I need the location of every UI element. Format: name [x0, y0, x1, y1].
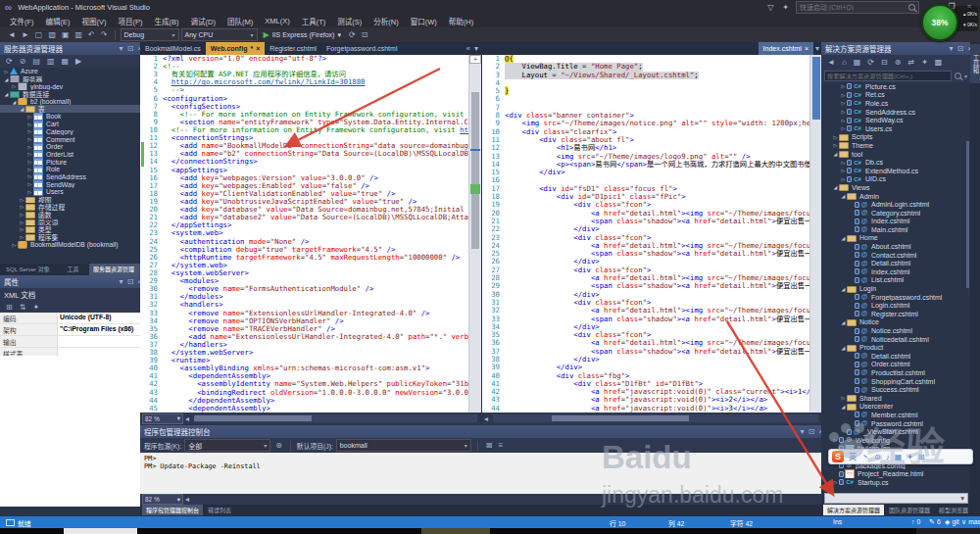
expander-closed-icon[interactable]: ▷	[26, 128, 33, 134]
zoom-dropdown[interactable]: 82 %▾	[142, 494, 183, 505]
package-source-dropdown[interactable]: 全部▾	[184, 439, 270, 452]
tree-item-数据连接[interactable]: ◢数据连接	[0, 90, 140, 98]
chevron-down-icon[interactable]: ▾	[472, 42, 480, 55]
expander-closed-icon[interactable]: ▷	[19, 234, 25, 240]
tree-item-startup-cs[interactable]: ▷C#Startup.cs	[821, 478, 968, 487]
properties-grid[interactable]: 编码Unicode (UTF-8)架构"C:\Program Files (x8…	[0, 313, 140, 360]
expander-open-icon[interactable]: ◢	[19, 106, 25, 112]
property-row-编码[interactable]: 编码Unicode (UTF-8)	[0, 313, 140, 324]
tree-item-category-cshtml[interactable]: @Category.cshtml	[821, 209, 968, 218]
expander-open-icon[interactable]: ◢	[832, 184, 839, 190]
quick-launch-input[interactable]	[800, 4, 908, 11]
tree-item-shoppingcart-cshtml[interactable]: @ShoppingCart.cshtml	[821, 377, 968, 386]
expander-closed-icon[interactable]: ▷	[26, 136, 33, 142]
category-icon[interactable]: ⊞	[4, 301, 15, 314]
expander-closed-icon[interactable]: ▷	[832, 134, 839, 140]
ime-mic-icon[interactable]: ♪	[885, 451, 891, 463]
expander-closed-icon[interactable]: ▷	[26, 189, 33, 195]
server-explorer-tree[interactable]: ▷Azure◢服务器▷yinbug-dev◢数据连接◢b2 (bookmall)…	[0, 68, 140, 264]
gear-icon[interactable]: ⊛	[273, 441, 284, 450]
code-editor-index-cshtml[interactable]: 1@{2 ViewBag.Title = "Home Page";3 Layou…	[482, 55, 809, 413]
tree-item-book[interactable]: ▷Book	[0, 113, 140, 121]
zoom-dropdown[interactable]: 82 %▾	[142, 413, 183, 424]
expander-closed-icon[interactable]: ▷	[840, 168, 847, 173]
split-handle[interactable]: +	[469, 55, 481, 64]
expander-closed-icon[interactable]: ▷	[840, 176, 847, 182]
tree-item-sendway-cs[interactable]: ▷C#SendWay.cs	[821, 116, 968, 124]
tree-item-admin[interactable]: ◢Admin	[821, 192, 968, 201]
pin-icon[interactable]: ⊡	[807, 425, 817, 438]
expander-closed-icon[interactable]: ▷	[26, 167, 33, 172]
expander-closed-icon[interactable]: ▷	[832, 437, 839, 443]
expander-closed-icon[interactable]: ▷	[840, 125, 847, 131]
menu-item[interactable]: XML(X)	[259, 17, 295, 25]
feedback-icon[interactable]: ▽	[765, 1, 775, 14]
tree-item-bookmallmodeldb-bookmall-[interactable]: ▷BookmallModelDB (bookmall)	[0, 241, 140, 249]
save-all-icon[interactable]: ▥	[74, 28, 85, 41]
tree-item-uid-cs[interactable]: ▷C#UID.cs	[821, 175, 968, 184]
tree-item--viewstart-cshtml[interactable]: @_ViewStart.cshtml	[821, 427, 968, 436]
tree-item-views[interactable]: ◢Views	[821, 183, 968, 192]
menu-item[interactable]: 文件(F)	[4, 16, 40, 26]
menu-item[interactable]: 编辑(E)	[40, 16, 76, 26]
solution-explorer-tree[interactable]: ▷C#Picture.cs▷C#Ret.cs▷C#Role.cs▷C#SendA…	[821, 82, 968, 495]
code-editor-webconfig[interactable]: 1<?xml version="1.0" encoding="utf-8"?>2…	[140, 55, 468, 413]
refresh-icon[interactable]: ⟳	[4, 55, 15, 68]
expander-closed-icon[interactable]: ▷	[26, 151, 33, 157]
scroll-left-icon[interactable]: ◂	[482, 413, 490, 425]
expander-open-icon[interactable]: ◢	[11, 99, 18, 105]
menu-item[interactable]: 工具(T)	[296, 16, 332, 26]
ime-emoji-icon[interactable]: ⊙	[873, 451, 882, 463]
expander-closed-icon[interactable]: ▷	[19, 219, 25, 225]
scroll-left-icon[interactable]: ◂	[183, 413, 191, 425]
expander-closed-icon[interactable]: ▷	[19, 226, 25, 232]
close-icon[interactable]: ×	[256, 45, 260, 52]
tree-item-users-cs[interactable]: ▷C#Users.cs	[821, 124, 968, 133]
chevron-down-icon[interactable]: ▾	[118, 42, 125, 55]
sync-icon[interactable]: ⇄	[906, 56, 916, 69]
property-row-架构[interactable]: 架构"C:\Program Files (x86)	[0, 324, 140, 336]
redo-icon[interactable]: ↷	[99, 28, 110, 41]
properties-icon[interactable]: ⊛	[893, 56, 904, 69]
overflow-icon[interactable]: «	[465, 42, 472, 55]
tree-item-detail-cshtml[interactable]: @Detail.cshtml	[821, 352, 968, 361]
new-query-icon[interactable]: ▦	[60, 55, 72, 68]
menu-item[interactable]: 团队(M)	[221, 16, 259, 26]
run-button[interactable]: ▶ IIS Express (Firefox)▾	[260, 30, 345, 39]
tab-index-cshtml[interactable]: Index.cshtml ×	[759, 42, 813, 55]
tree-item-视图[interactable]: ▷视图	[0, 196, 140, 204]
solution-explorer-header[interactable]: 解决方案资源管理器 ▾⊡×	[821, 42, 978, 55]
console-header[interactable]: 程序包管理器控制台 ▾⊡×	[140, 425, 829, 438]
tree-item-tool[interactable]: ◢tool	[821, 150, 968, 159]
tree-item-azure[interactable]: ▷Azure	[0, 68, 140, 75]
tree-item-role[interactable]: ▷Role	[0, 166, 140, 173]
undo-icon[interactable]: ↶	[86, 28, 97, 41]
expander-closed-icon[interactable]: ▷	[19, 204, 25, 210]
sogou-logo-icon[interactable]: S	[832, 451, 844, 462]
expander-open-icon[interactable]: ◢	[832, 151, 839, 157]
menu-item[interactable]: 视图(V)	[76, 16, 113, 26]
tab-forgetpassword-cshtml[interactable]: Forgetpassword.cshtml	[321, 42, 402, 55]
tree-item-函数[interactable]: ▷函数	[0, 211, 140, 218]
tree-item-users[interactable]: ▷Users	[0, 188, 140, 196]
expander-closed-icon[interactable]: ▷	[3, 69, 10, 74]
expander-closed-icon[interactable]: ▷	[26, 181, 33, 187]
tree-item-register-cshtml[interactable]: @Register.cshtml	[821, 310, 968, 318]
solution-search-box[interactable]: ▾	[821, 70, 970, 82]
ime-toolbar[interactable]: S 英丶⊙♪▦✦⊞	[828, 449, 973, 464]
tree-item-noticedetail-cshtml[interactable]: @Noticedetail.cshtml	[821, 335, 968, 344]
tree-item-服务器[interactable]: ◢服务器	[0, 75, 140, 83]
expander-open-icon[interactable]: ◢	[840, 235, 847, 241]
tree-item-usercenter[interactable]: ◢Usercenter	[821, 403, 968, 412]
expander-open-icon[interactable]: ◢	[840, 404, 847, 410]
platform-dropdown[interactable]: Any CPU▾	[181, 28, 258, 41]
tree-item-product[interactable]: ◢Product	[821, 343, 968, 352]
close-icon[interactable]: ×	[805, 45, 808, 52]
tree-item-role-cs[interactable]: ▷C#Role.cs	[821, 99, 968, 108]
chevron-down-icon[interactable]: ▾	[813, 42, 821, 55]
repo-indicator[interactable]: ◈git	[945, 518, 959, 526]
tree-item-sendaddress[interactable]: ▷SendAddress	[0, 173, 140, 181]
tree-item-scripts[interactable]: ▷Scripts	[821, 133, 968, 142]
back-icon[interactable]: ◄	[825, 56, 837, 69]
expander-closed-icon[interactable]: ▷	[26, 159, 33, 165]
